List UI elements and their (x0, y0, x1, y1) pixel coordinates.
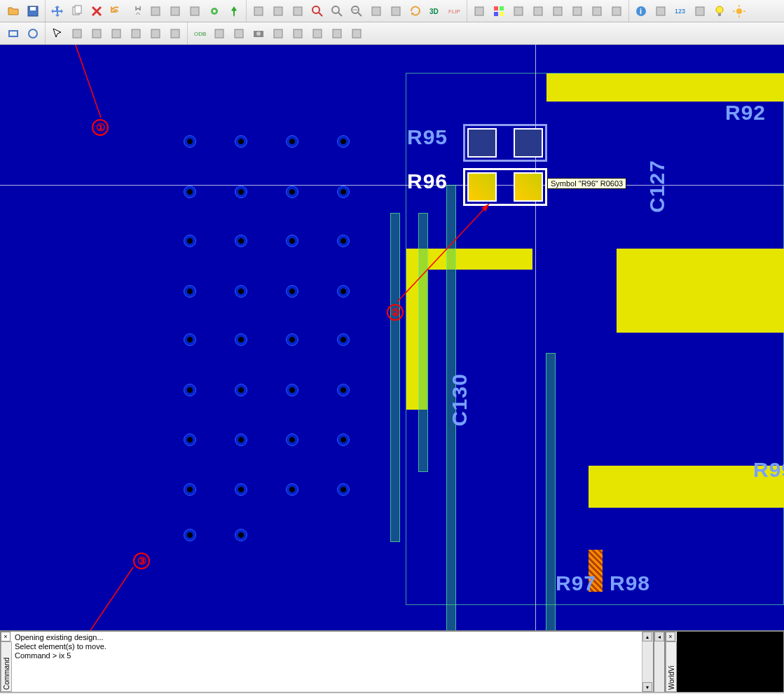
via[interactable] (235, 483, 247, 496)
via[interactable] (184, 433, 196, 446)
3d-icon[interactable]: 3D (426, 2, 444, 20)
redo-icon[interactable] (127, 2, 145, 20)
dfa-icon[interactable] (568, 2, 586, 20)
scroll-left-icon[interactable]: ◂ (654, 632, 664, 641)
zoom-window-icon[interactable] (367, 2, 385, 20)
scrollbar-vertical[interactable]: ▴ ▾ (642, 632, 653, 692)
via[interactable] (184, 529, 196, 541)
circle-icon[interactable] (24, 25, 42, 43)
close-icon[interactable]: × (666, 632, 675, 641)
dots-icon[interactable] (470, 2, 488, 20)
cut-icon[interactable] (68, 25, 86, 43)
via[interactable] (235, 135, 247, 148)
measure-icon[interactable]: 123 (671, 2, 689, 20)
up-icon[interactable] (166, 2, 184, 20)
zoom-in-red-icon[interactable] (308, 2, 326, 20)
via[interactable] (286, 135, 298, 148)
via[interactable] (184, 135, 196, 148)
via[interactable] (286, 235, 298, 247)
refdes-label[interactable]: R96 (407, 169, 448, 193)
delete-icon[interactable] (88, 2, 106, 20)
world-view-panel[interactable]: × WorldVi (665, 631, 784, 693)
scroll-down-icon[interactable]: ▾ (642, 682, 652, 692)
via[interactable] (235, 186, 247, 198)
via[interactable] (235, 384, 247, 396)
refdes-label[interactable]: R98 (610, 571, 650, 595)
mirror-icon[interactable] (107, 25, 125, 43)
select-icon[interactable] (48, 25, 67, 43)
zoom-fit-icon[interactable] (289, 2, 307, 20)
pcb-canvas[interactable]: Symbol "R96" R0603 R95R96R92C127C130R97R… (0, 45, 784, 630)
via[interactable] (286, 483, 298, 496)
via[interactable] (184, 384, 196, 396)
command-tab[interactable]: Command (1, 641, 12, 692)
via[interactable] (286, 285, 298, 298)
break-icon[interactable] (166, 25, 184, 43)
open-icon[interactable] (4, 2, 22, 20)
fcm-icon[interactable] (549, 2, 567, 20)
ruler-icon[interactable] (652, 2, 670, 20)
ruler2-icon[interactable] (691, 2, 709, 20)
via[interactable] (286, 333, 298, 346)
pad-selected[interactable] (467, 172, 497, 202)
r1r2-icon[interactable] (269, 25, 287, 43)
via[interactable] (337, 384, 350, 396)
spin-icon[interactable] (186, 2, 204, 20)
via[interactable] (337, 333, 350, 346)
via[interactable] (337, 285, 350, 298)
text-icon[interactable] (588, 2, 606, 20)
via[interactable] (235, 333, 247, 346)
undo-icon[interactable] (107, 2, 125, 20)
pad[interactable] (467, 128, 497, 158)
via[interactable] (286, 186, 298, 198)
copy-icon[interactable] (68, 2, 86, 20)
via[interactable] (286, 433, 298, 446)
bracket-icon[interactable] (230, 25, 248, 43)
refdes-label[interactable]: R92 (725, 101, 766, 125)
close-icon[interactable]: × (1, 632, 11, 641)
refresh-icon[interactable] (406, 2, 425, 20)
camera-icon[interactable] (249, 25, 268, 43)
group-icon[interactable] (146, 25, 165, 43)
book-icon[interactable] (210, 25, 228, 43)
pad[interactable] (514, 128, 543, 158)
rotate-icon[interactable] (88, 25, 106, 43)
via[interactable] (337, 186, 350, 198)
via[interactable] (235, 285, 247, 298)
flip-icon[interactable]: FLIP (446, 2, 464, 20)
via[interactable] (235, 235, 247, 247)
via[interactable] (337, 483, 350, 496)
manual-icon[interactable] (289, 25, 307, 43)
save-icon[interactable] (24, 2, 42, 20)
wave-icon[interactable] (328, 25, 346, 43)
grid-green-icon[interactable] (269, 2, 287, 20)
chip-icon[interactable] (348, 25, 366, 43)
refdes-label[interactable]: R95 (407, 125, 448, 149)
odb-icon[interactable]: ODB (191, 25, 209, 43)
down-icon[interactable] (146, 2, 165, 20)
worldview-tab[interactable]: WorldVi (666, 641, 677, 692)
via[interactable] (337, 433, 350, 446)
probe-icon[interactable] (205, 2, 223, 20)
layers-icon[interactable] (509, 2, 528, 20)
via[interactable] (337, 235, 350, 247)
refdes-label[interactable]: C130 (448, 373, 472, 426)
via[interactable] (184, 333, 196, 346)
zoom-in-icon[interactable] (328, 2, 346, 20)
via[interactable] (235, 433, 247, 446)
via[interactable] (235, 529, 247, 541)
via[interactable] (184, 483, 196, 496)
refdes-label[interactable]: R97 (556, 571, 596, 595)
palette-icon[interactable] (490, 2, 508, 20)
zoom-sel-icon[interactable] (387, 2, 405, 20)
scatter-icon[interactable] (308, 25, 326, 43)
bulb-icon[interactable] (710, 2, 729, 20)
scroll-up-icon[interactable]: ▴ (642, 632, 652, 641)
pad-selected[interactable] (514, 172, 543, 202)
align-icon[interactable] (127, 25, 145, 43)
move-icon[interactable] (48, 2, 67, 20)
zoom-out-icon[interactable] (348, 2, 366, 20)
rect-icon[interactable] (4, 25, 22, 43)
refdes-label[interactable]: R99 (753, 458, 784, 482)
stack-icon[interactable] (529, 2, 547, 20)
